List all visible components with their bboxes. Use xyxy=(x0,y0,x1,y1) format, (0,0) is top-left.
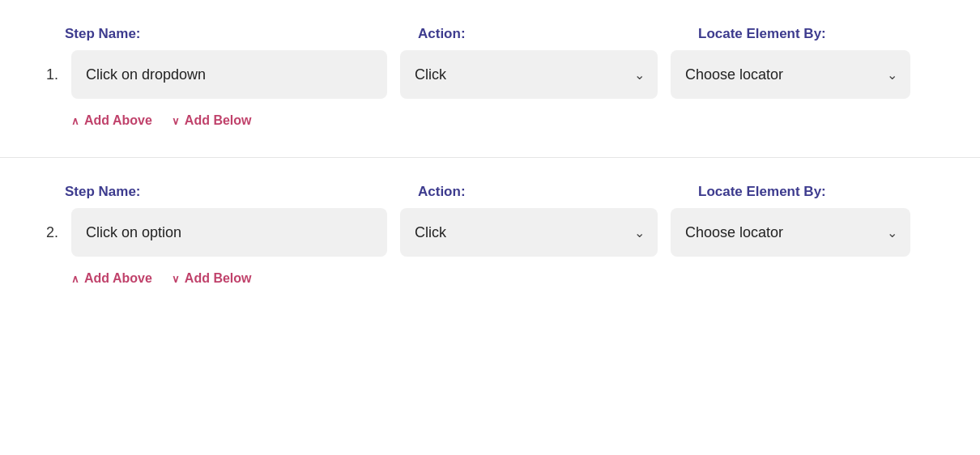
add-above-button[interactable]: ∧ Add Above xyxy=(71,113,152,128)
locator-select[interactable]: Choose locator xyxy=(671,208,910,257)
chevron-down-icon: ∨ xyxy=(172,273,180,285)
add-below-label: Add Below xyxy=(185,113,252,128)
locator-select[interactable]: Choose locator xyxy=(671,50,910,99)
step-number: 1. xyxy=(39,66,58,83)
step-actions-row: ∧ Add Above∨ Add Below xyxy=(71,113,941,128)
step-name-input[interactable] xyxy=(71,50,387,99)
locator-select-wrapper: Choose locator⌄ xyxy=(671,208,910,257)
step-row-2: 2.Click⌄Choose locator⌄ xyxy=(39,208,941,257)
step-name-label: Step Name: xyxy=(65,26,405,42)
action-select[interactable]: Click xyxy=(400,50,658,99)
step-number: 2. xyxy=(39,224,58,241)
step-block-2: Step Name:Action:Locate Element By:2.Cli… xyxy=(0,157,980,308)
step-name-label: Step Name: xyxy=(65,184,405,200)
chevron-up-icon: ∧ xyxy=(71,273,79,285)
add-below-button[interactable]: ∨ Add Below xyxy=(172,271,252,286)
step-labels-2: Step Name:Action:Locate Element By: xyxy=(39,184,941,200)
add-below-button[interactable]: ∨ Add Below xyxy=(172,113,252,128)
chevron-down-icon: ∨ xyxy=(172,115,180,127)
action-select-wrapper: Click⌄ xyxy=(400,50,658,99)
action-select-wrapper: Click⌄ xyxy=(400,208,658,257)
chevron-up-icon: ∧ xyxy=(71,115,79,127)
locate-label: Locate Element By: xyxy=(698,184,826,200)
action-label: Action: xyxy=(418,184,685,200)
step-block-1: Step Name:Action:Locate Element By:1.Cli… xyxy=(0,0,980,151)
add-above-button[interactable]: ∧ Add Above xyxy=(71,271,152,286)
step-labels-1: Step Name:Action:Locate Element By: xyxy=(39,26,941,42)
action-select[interactable]: Click xyxy=(400,208,658,257)
add-above-label: Add Above xyxy=(84,113,152,128)
action-label: Action: xyxy=(418,26,685,42)
locator-select-wrapper: Choose locator⌄ xyxy=(671,50,910,99)
step-name-input[interactable] xyxy=(71,208,387,257)
add-above-label: Add Above xyxy=(84,271,152,286)
locate-label: Locate Element By: xyxy=(698,26,826,42)
step-actions-row: ∧ Add Above∨ Add Below xyxy=(71,271,941,286)
step-row-1: 1.Click⌄Choose locator⌄ xyxy=(39,50,941,99)
add-below-label: Add Below xyxy=(185,271,252,286)
